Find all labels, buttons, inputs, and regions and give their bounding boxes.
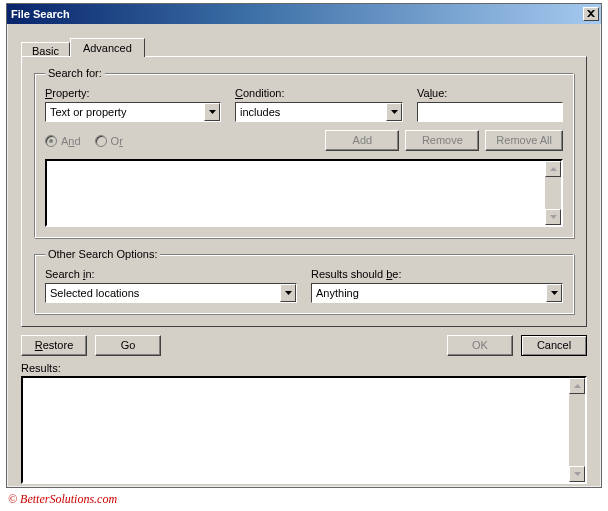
title-bar: File Search [7,4,601,24]
results-should-be-value: Anything [316,287,546,299]
search-for-group: Search for: Property: Text or property C… [34,67,574,238]
add-button[interactable]: Add [325,130,399,151]
property-label: Property: [45,87,221,99]
scroll-up-icon[interactable] [545,161,561,177]
condition-value: includes [240,106,386,118]
other-options-legend: Other Search Options: [45,248,160,260]
condition-label: Condition: [235,87,403,99]
scrollbar-vertical[interactable] [569,378,585,482]
radio-and: And [45,135,81,147]
results-list[interactable] [21,376,587,484]
scroll-down-icon[interactable] [569,466,585,482]
value-label: Value: [417,87,563,99]
value-input[interactable] [417,102,563,122]
close-button[interactable] [583,7,599,21]
results-should-be-combo[interactable]: Anything [311,283,563,303]
radio-icon [45,135,57,147]
property-combo[interactable]: Text or property [45,102,221,122]
attribution-text: © BetterSolutions.com [8,492,117,507]
property-value: Text or property [50,106,204,118]
radio-icon [95,135,107,147]
footer-buttons: Restore Go OK Cancel [21,335,587,356]
scroll-down-icon[interactable] [545,209,561,225]
search-in-combo[interactable]: Selected locations [45,283,297,303]
cancel-button[interactable]: Cancel [521,335,587,356]
tab-panel-advanced: Search for: Property: Text or property C… [21,56,587,327]
search-in-label: Search in: [45,268,297,280]
window-body: Basic Advanced Search for: Property: Tex… [7,24,601,496]
criteria-list[interactable] [45,159,563,227]
search-for-legend: Search for: [45,67,105,79]
chevron-down-icon[interactable] [280,284,296,302]
scroll-up-icon[interactable] [569,378,585,394]
chevron-down-icon[interactable] [546,284,562,302]
chevron-down-icon[interactable] [386,103,402,121]
radio-or: Or [95,135,123,147]
remove-button[interactable]: Remove [405,130,479,151]
chevron-down-icon[interactable] [204,103,220,121]
tab-advanced[interactable]: Advanced [70,38,145,57]
tab-strip: Basic Advanced [21,34,587,56]
file-search-window: File Search Basic Advanced Search for: P… [6,3,602,488]
results-should-be-label: Results should be: [311,268,563,280]
window-title: File Search [11,8,70,20]
remove-all-button[interactable]: Remove All [485,130,563,151]
go-button[interactable]: Go [95,335,161,356]
other-options-group: Other Search Options: Search in: Selecte… [34,248,574,314]
scrollbar-vertical[interactable] [545,161,561,225]
restore-button[interactable]: Restore [21,335,87,356]
results-label: Results: [21,362,587,374]
search-in-value: Selected locations [50,287,280,299]
ok-button[interactable]: OK [447,335,513,356]
condition-combo[interactable]: includes [235,102,403,122]
